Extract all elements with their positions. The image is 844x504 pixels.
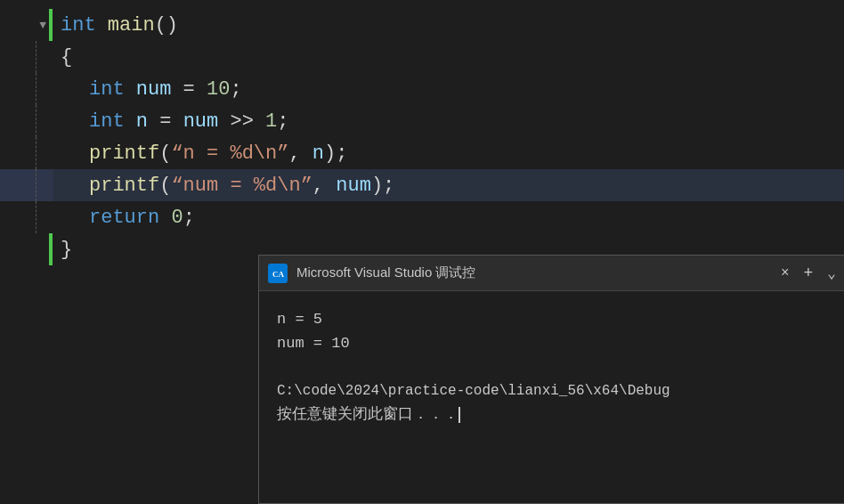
code-line-content-main: int main () xyxy=(53,9,844,41)
code-line-printf1: printf ( “n = %d\n” , n ); xyxy=(0,137,844,169)
code-line-brace-open: { xyxy=(0,41,844,73)
token-comma2: , xyxy=(312,175,336,197)
code-line-content-return: return 0 ; xyxy=(53,201,844,233)
token-comma1: , xyxy=(288,142,312,165)
line-gutter-main: ▼ xyxy=(0,9,53,41)
terminal-titlebar: CA Microsoft Visual Studio 调试控 × + ⌄ xyxy=(259,256,844,291)
terminal-output-line-5: 按任意键关闭此窗口．．． xyxy=(277,402,827,427)
token-open-brace: { xyxy=(61,46,72,69)
token-num-ref2: num xyxy=(336,175,371,197)
token-int: int xyxy=(61,14,96,37)
token-num-var: num xyxy=(136,78,172,101)
code-container: ▼ int main () { int xyxy=(0,9,844,265)
terminal-close-button[interactable]: × xyxy=(781,265,790,281)
line-gutter-brace xyxy=(0,41,53,73)
line-gutter-int-num xyxy=(0,73,53,105)
token-eq1: = xyxy=(171,78,207,101)
code-line-content-brace: { xyxy=(53,41,844,73)
terminal-output-line-3 xyxy=(277,355,827,379)
line-gutter-return xyxy=(0,201,53,233)
terminal-plus-button[interactable]: + xyxy=(804,264,814,282)
terminal-output-line-4: C:\code\2024\practice-code\lianxi_56\x64… xyxy=(277,380,827,403)
token-1: 1 xyxy=(265,110,277,133)
fold-arrow[interactable]: ▼ xyxy=(39,19,46,32)
line-gutter-int-n xyxy=(0,105,53,137)
terminal-app-icon: CA xyxy=(268,264,288,283)
terminal-controls: × + ⌄ xyxy=(781,264,836,282)
token-printf2: printf xyxy=(89,175,159,197)
terminal-output-line-2: num = 10 xyxy=(277,331,827,355)
code-line-printf2: printf ( “num = %d\n” , num ); xyxy=(0,169,844,201)
token-printf1: printf xyxy=(89,142,159,165)
token-semi2: ; xyxy=(277,110,288,133)
token-n-var: n xyxy=(136,110,148,133)
token-n-ref: n xyxy=(312,142,324,165)
token-space3 xyxy=(125,110,136,133)
token-space4 xyxy=(159,207,171,229)
token-close-brace: } xyxy=(61,239,72,261)
token-rshift: >> xyxy=(218,110,265,133)
terminal-body: n = 5 num = 10 C:\code\2024\practice-cod… xyxy=(259,291,844,503)
terminal-chevron-button[interactable]: ⌄ xyxy=(827,264,836,282)
token-semi3: ; xyxy=(183,207,195,229)
token-space2 xyxy=(125,78,136,101)
terminal-window: CA Microsoft Visual Studio 调试控 × + ⌄ n =… xyxy=(258,255,844,504)
svg-text:CA: CA xyxy=(272,270,284,279)
token-num-ref: num xyxy=(183,110,219,133)
code-line-content-int-n: int n = num >> 1 ; xyxy=(53,105,844,137)
line-gutter-printf1 xyxy=(0,137,53,169)
token-str2: “num = %d\n” xyxy=(171,175,312,197)
code-line-main: ▼ int main () xyxy=(0,9,844,41)
token-rp2: ); xyxy=(371,175,394,197)
terminal-cursor xyxy=(459,407,460,423)
token-eq2: = xyxy=(148,110,183,133)
code-line-content-printf1: printf ( “n = %d\n” , n ); xyxy=(53,137,844,169)
code-line-content-int-num: int num = 10 ; xyxy=(53,73,844,105)
token-semi1: ; xyxy=(230,78,241,101)
terminal-title-text: Microsoft Visual Studio 调试控 xyxy=(296,264,781,281)
terminal-output-line-1: n = 5 xyxy=(277,307,827,331)
token-10: 10 xyxy=(207,78,230,101)
token-lp2: ( xyxy=(159,175,171,197)
token-str1: “n = %d\n” xyxy=(171,142,288,165)
token-return: return xyxy=(89,207,159,229)
editor-area: ▼ int main () { int xyxy=(0,0,844,504)
token-int2: int xyxy=(89,78,125,101)
line-gutter-brace-close xyxy=(0,233,53,265)
code-line-int-num: int num = 10 ; xyxy=(0,73,844,105)
token-lp1: ( xyxy=(159,142,171,165)
token-int3: int xyxy=(89,110,125,133)
token-rp1: ); xyxy=(324,142,347,165)
code-line-content-printf2: printf ( “num = %d\n” , num ); xyxy=(53,169,844,201)
token-space1 xyxy=(96,14,108,37)
line-gutter-printf2 xyxy=(0,169,53,201)
token-main: main xyxy=(108,14,155,37)
token-0: 0 xyxy=(171,207,183,229)
code-line-int-n: int n = num >> 1 ; xyxy=(0,105,844,137)
token-parens: () xyxy=(155,14,178,37)
code-line-return: return 0 ; xyxy=(0,201,844,233)
